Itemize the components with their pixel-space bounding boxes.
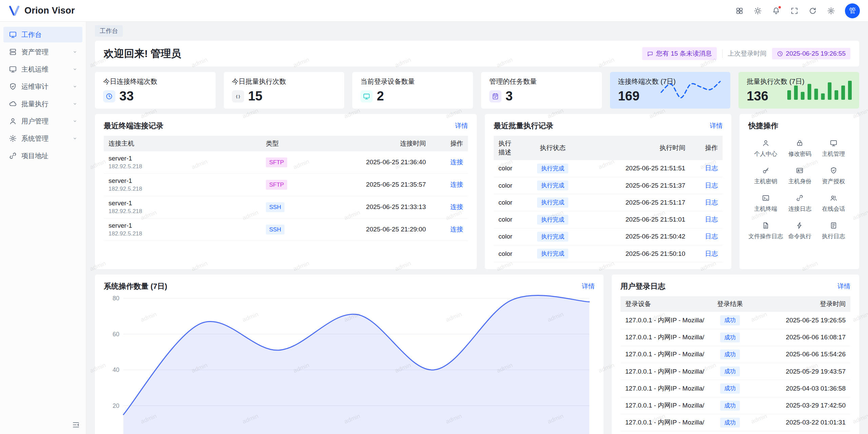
sidebar-item[interactable]: 运维审计: [3, 79, 82, 94]
refresh-icon[interactable]: [806, 4, 820, 18]
login-device: 127.0.0.1 - 内网IP - Mozilla/5.0 (Windows …: [620, 432, 705, 434]
notifications-button[interactable]: [769, 4, 783, 18]
exec-desc: color: [494, 178, 517, 193]
batch-records-detail-link[interactable]: 详情: [710, 121, 723, 130]
unread-messages-badge[interactable]: 您有 15 条未读消息: [642, 47, 717, 60]
connect-time: 2025-06-25 21:29:00: [329, 222, 431, 237]
log-link[interactable]: 日志: [705, 199, 718, 206]
quick-action-icon: [796, 194, 804, 202]
table-header: 执行描述 执行状态 执行时间 操作: [494, 136, 723, 160]
welcome-card: 欢迎回来! 管理员 您有 15 条未读消息 上次登录时间 2025-06-25 …: [95, 41, 859, 67]
sidebar-item-icon: [9, 100, 17, 108]
quick-action[interactable]: 修改密码: [783, 139, 816, 158]
quick-action-icon: [762, 194, 770, 202]
stat-value: 33: [119, 89, 134, 103]
log-link[interactable]: 日志: [705, 216, 718, 223]
table-row: color 执行完成 2025-06-25 21:51:01 日志: [494, 211, 723, 228]
login-logs-detail-link[interactable]: 详情: [837, 282, 850, 291]
quick-action-label: 修改密码: [788, 150, 811, 158]
log-link[interactable]: 日志: [705, 250, 718, 257]
terminal-records-detail-link[interactable]: 详情: [455, 121, 468, 130]
sidebar-item-icon: [9, 117, 17, 125]
stat-icon: [360, 90, 373, 102]
exec-time: 2025-06-25 21:51:51: [588, 161, 690, 175]
log-link[interactable]: 日志: [705, 165, 718, 172]
sidebar-item-label: 主机运维: [21, 65, 72, 74]
quick-action-icon: [830, 222, 837, 229]
quick-action[interactable]: 命令执行: [783, 222, 816, 240]
sidebar-item[interactable]: 项目地址: [3, 148, 82, 164]
quick-action-label: 个人中心: [754, 150, 777, 158]
chevron-down-icon: [72, 101, 78, 107]
quick-action-icon: [830, 139, 837, 147]
sidebar-item[interactable]: 批量执行: [3, 96, 82, 112]
table-row: color 执行完成 2025-06-25 21:51:37 日志: [494, 177, 723, 194]
quick-action-icon: [830, 194, 837, 202]
stat-label: 当前登录设备数量: [360, 77, 465, 86]
row-records: 最近终端连接记录 详情 连接主机 类型 连接时间 操作 server-1: [95, 114, 859, 269]
settings-icon[interactable]: [824, 4, 838, 18]
sidebar-item[interactable]: 工作台: [3, 27, 82, 42]
quick-action[interactable]: 执行日志: [817, 222, 850, 240]
sidebar-item[interactable]: 主机运维: [3, 61, 82, 77]
batch-week-sparkline: [787, 79, 852, 100]
host-name: server-1: [108, 200, 256, 207]
last-login-label: 上次登录时间: [728, 49, 767, 58]
exec-status-badge: 执行完成: [537, 181, 568, 190]
col-status: 执行状态: [517, 140, 588, 156]
quick-action[interactable]: 主机管理: [817, 139, 850, 158]
chevron-down-icon: [72, 84, 78, 89]
quick-action[interactable]: 主机终端: [748, 194, 783, 213]
chevron-down-icon: [72, 67, 78, 72]
connect-link[interactable]: 连接: [450, 203, 463, 210]
connect-link[interactable]: 连接: [450, 226, 463, 233]
quick-action[interactable]: 文件操作日志: [748, 222, 783, 240]
log-link[interactable]: 日志: [705, 233, 718, 240]
quick-action[interactable]: 主机密钥: [748, 167, 783, 185]
ops-chart-detail-link[interactable]: 详情: [582, 282, 595, 291]
exec-status-badge: 执行完成: [537, 249, 568, 259]
quick-action[interactable]: 在线会话: [817, 194, 850, 213]
apps-icon[interactable]: [732, 4, 747, 18]
login-time: 2025-05-29 19:43:57: [755, 364, 850, 379]
ops-area-chart: 0204060802025-06-192025-06-202025-06-212…: [104, 294, 595, 434]
last-login-time: 2025-06-25 19:26:55: [786, 50, 846, 57]
exec-status-badge: 执行完成: [537, 197, 568, 207]
chevron-down-icon: [72, 118, 78, 124]
table-row: 127.0.0.1 - 内网IP - Mozilla/5.0 (Windows …: [620, 397, 850, 414]
sidebar-item[interactable]: 系统管理: [3, 131, 82, 146]
login-device: 127.0.0.1 - 内网IP - Mozilla/5.0 (Windows …: [620, 313, 705, 328]
login-time: 2025-03-29 17:42:50: [755, 398, 850, 413]
host-ip: 182.92.5.218: [108, 230, 256, 237]
connect-link[interactable]: 连接: [450, 181, 463, 188]
table-row: 127.0.0.1 - 内网IP - Mozilla/5.0 (Windows …: [620, 346, 850, 363]
protocol-badge: SSH: [266, 225, 284, 234]
stat-label: 今日批量执行次数: [232, 77, 336, 86]
quick-action[interactable]: 资产授权: [817, 167, 850, 185]
login-time: 2025-04-03 01:36:58: [755, 381, 850, 396]
login-time: 2025-06-06 15:54:26: [755, 347, 850, 361]
quick-action[interactable]: 主机身份: [783, 167, 816, 185]
theme-icon[interactable]: [751, 4, 765, 18]
stat-card: 当前登录设备数量 2: [352, 72, 473, 109]
sidebar-item-icon: [9, 48, 17, 56]
stat-card: 管理的任务数量 3: [481, 72, 602, 109]
chevron-down-icon: [72, 49, 78, 55]
quick-action[interactable]: 连接日志: [783, 194, 816, 213]
quick-action[interactable]: 个人中心: [748, 139, 783, 158]
table-row: server-1 182.92.5.218 SSH 2025-06-25 21:…: [104, 219, 468, 241]
login-device: 127.0.0.1 - 内网IP - Mozilla/5.0 (Windows …: [620, 364, 705, 379]
sidebar-item[interactable]: 用户管理: [3, 113, 82, 129]
log-link[interactable]: 日志: [705, 182, 718, 189]
fullscreen-icon[interactable]: [787, 4, 802, 18]
connect-link[interactable]: 连接: [450, 158, 463, 166]
col-result: 登录结果: [705, 296, 755, 312]
exec-time: 2025-06-25 21:50:10: [588, 247, 690, 261]
sidebar-item[interactable]: 资产管理: [3, 44, 82, 60]
sidebar-item-icon: [9, 65, 17, 73]
user-avatar[interactable]: 管: [845, 3, 860, 18]
login-time: 2025-03-22 00:42:34: [755, 433, 850, 434]
sidebar-collapse-icon[interactable]: [71, 420, 81, 430]
login-logs-card: 用户登录日志 详情 登录设备 登录结果 登录时间 127.0.0.1 - 内网I…: [612, 275, 859, 434]
breadcrumb[interactable]: 工作台: [95, 25, 123, 37]
